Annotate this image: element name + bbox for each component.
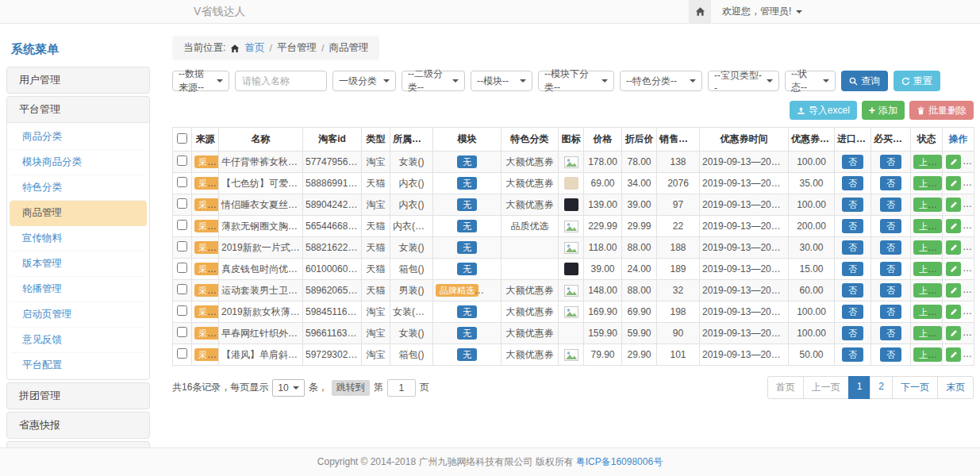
batch-delete-button[interactable]: 批量删除 bbox=[909, 101, 974, 120]
page-number-button[interactable]: 1 bbox=[848, 376, 871, 399]
import-select-toggle[interactable]: 否 bbox=[842, 262, 863, 276]
import-select-toggle[interactable]: 否 bbox=[842, 347, 863, 362]
name-search-input[interactable] bbox=[235, 71, 327, 91]
status-button[interactable]: 上架 bbox=[913, 240, 942, 255]
import-select-toggle[interactable]: 否 bbox=[842, 219, 863, 233]
row-checkbox[interactable] bbox=[177, 155, 187, 166]
sidebar-section-toggle[interactable]: 消息管理 bbox=[7, 442, 149, 447]
reset-button[interactable]: 重置 bbox=[894, 71, 940, 91]
sidebar-section-toggle[interactable]: 拼团管理 bbox=[7, 383, 149, 409]
add-button[interactable]: + 添加 bbox=[862, 101, 905, 120]
page-size-select[interactable]: 10 bbox=[272, 379, 304, 397]
status-button[interactable]: 上架 bbox=[913, 219, 942, 233]
edit-button[interactable] bbox=[946, 326, 961, 340]
import-select-toggle[interactable]: 否 bbox=[842, 176, 863, 190]
filter-select[interactable]: --宝贝类型-- bbox=[708, 71, 779, 91]
main-content: 当前位置: 首页 / 平台管理 / 商品管理 --数据来源--一级分类--二级分… bbox=[172, 36, 974, 399]
status-button[interactable]: 上架 bbox=[913, 198, 942, 212]
status-button[interactable]: 上架 bbox=[913, 305, 942, 319]
sidebar-item[interactable]: 特色分类 bbox=[10, 175, 147, 201]
status-button[interactable]: 上架 bbox=[913, 347, 942, 362]
must-buy-toggle[interactable]: 否 bbox=[880, 198, 901, 212]
status-button[interactable]: 上架 bbox=[913, 176, 942, 190]
module-badge: 无 bbox=[457, 198, 477, 211]
edit-button[interactable] bbox=[946, 283, 961, 298]
must-buy-toggle[interactable]: 否 bbox=[880, 326, 901, 340]
row-checkbox[interactable] bbox=[177, 177, 187, 187]
row-checkbox[interactable] bbox=[177, 327, 187, 337]
sidebar-section-toggle[interactable]: 省惠快报 bbox=[7, 413, 149, 438]
edit-button[interactable] bbox=[946, 176, 961, 190]
next-page-button[interactable]: 下一页 bbox=[892, 376, 938, 399]
row-checkbox[interactable] bbox=[177, 263, 187, 273]
sidebar-item[interactable]: 商品分类 bbox=[10, 125, 147, 150]
category-cell: 男装() bbox=[390, 280, 433, 301]
edit-button[interactable] bbox=[946, 240, 961, 255]
row-checkbox[interactable] bbox=[177, 284, 187, 294]
filter-select[interactable]: --模块-- bbox=[471, 71, 532, 91]
import-excel-button[interactable]: 导入excel bbox=[790, 101, 857, 120]
edit-button[interactable] bbox=[946, 198, 961, 212]
sidebar-item[interactable]: 意见反馈 bbox=[10, 328, 147, 353]
filter-select[interactable]: --数据来源-- bbox=[172, 71, 229, 91]
must-buy-toggle[interactable]: 否 bbox=[880, 262, 901, 276]
must-buy-toggle[interactable]: 否 bbox=[880, 176, 901, 190]
prev-page-button[interactable]: 上一页 bbox=[803, 376, 849, 399]
sidebar-section-toggle[interactable]: 用户管理 bbox=[7, 67, 149, 93]
must-buy-toggle[interactable]: 否 bbox=[880, 219, 901, 233]
last-page-button[interactable]: 末页 bbox=[937, 376, 974, 399]
must-buy-toggle[interactable]: 否 bbox=[880, 155, 901, 169]
edit-button[interactable] bbox=[946, 155, 961, 169]
jump-button[interactable]: 跳转到 bbox=[332, 380, 370, 396]
row-checkbox[interactable] bbox=[177, 348, 187, 359]
status-button[interactable]: 上架 bbox=[913, 155, 942, 169]
sidebar-item[interactable]: 平台配置 bbox=[10, 353, 147, 378]
row-checkbox[interactable] bbox=[177, 241, 187, 251]
sidebar-item[interactable]: 启动页管理 bbox=[10, 302, 147, 328]
sidebar-item[interactable]: 版本管理 bbox=[10, 251, 147, 277]
breadcrumb-home-link[interactable]: 首页 bbox=[244, 41, 264, 55]
import-select-toggle[interactable]: 否 bbox=[842, 198, 863, 212]
search-button[interactable]: 查询 bbox=[841, 71, 888, 91]
must-buy-toggle[interactable]: 否 bbox=[880, 283, 901, 298]
page-number-input[interactable] bbox=[387, 379, 416, 397]
edit-button[interactable] bbox=[946, 347, 961, 362]
status-button[interactable]: 上架 bbox=[913, 283, 942, 298]
column-header: 类型 bbox=[362, 128, 390, 152]
select-all-checkbox[interactable] bbox=[177, 133, 187, 144]
import-select-toggle[interactable]: 否 bbox=[842, 283, 863, 298]
sidebar-item[interactable]: 宣传物料 bbox=[10, 226, 147, 251]
filter-select[interactable]: --状态-- bbox=[785, 71, 836, 91]
status-button[interactable]: 上架 bbox=[913, 262, 942, 276]
import-select-toggle[interactable]: 否 bbox=[842, 240, 863, 255]
filter-select[interactable]: --特色分类-- bbox=[620, 71, 702, 91]
status-button[interactable]: 上架 bbox=[913, 326, 942, 340]
filter-select[interactable]: --模块下分类-- bbox=[538, 71, 614, 91]
table-row: 采集运动套装男士卫衣初秋...589620659791天猫男装()品牌精选爱上运… bbox=[173, 280, 974, 301]
must-buy-toggle[interactable]: 否 bbox=[880, 240, 901, 255]
sidebar-item[interactable]: 商品管理 bbox=[10, 201, 147, 226]
sidebar-item[interactable]: 轮播管理 bbox=[10, 277, 147, 302]
edit-button[interactable] bbox=[946, 219, 961, 233]
must-buy-toggle[interactable]: 否 bbox=[880, 347, 901, 362]
row-checkbox[interactable] bbox=[177, 305, 187, 316]
icp-link[interactable]: 粤ICP备16098006号 bbox=[576, 455, 663, 469]
edit-button[interactable] bbox=[946, 305, 961, 319]
filter-select[interactable]: --二级分类-- bbox=[402, 71, 465, 91]
user-menu[interactable]: 欢迎您，管理员! bbox=[722, 5, 802, 18]
sidebar-item[interactable]: 模块商品分类 bbox=[10, 150, 147, 175]
chevron-down-icon bbox=[767, 79, 773, 83]
filter-select[interactable]: 一级分类 bbox=[332, 71, 396, 91]
first-page-button[interactable]: 首页 bbox=[767, 376, 804, 399]
row-checkbox[interactable] bbox=[177, 198, 187, 209]
import-select-toggle[interactable]: 否 bbox=[842, 305, 863, 319]
import-select-toggle[interactable]: 否 bbox=[842, 326, 863, 340]
edit-button[interactable] bbox=[946, 262, 961, 276]
row-checkbox[interactable] bbox=[177, 220, 187, 230]
sidebar-section-toggle[interactable]: 平台管理 bbox=[7, 97, 149, 122]
page-number-button[interactable]: 2 bbox=[870, 376, 893, 399]
breadcrumb: 当前位置: 首页 / 平台管理 / 商品管理 bbox=[172, 36, 379, 60]
home-button[interactable] bbox=[689, 0, 711, 23]
must-buy-toggle[interactable]: 否 bbox=[880, 305, 901, 319]
import-select-toggle[interactable]: 否 bbox=[842, 155, 863, 169]
